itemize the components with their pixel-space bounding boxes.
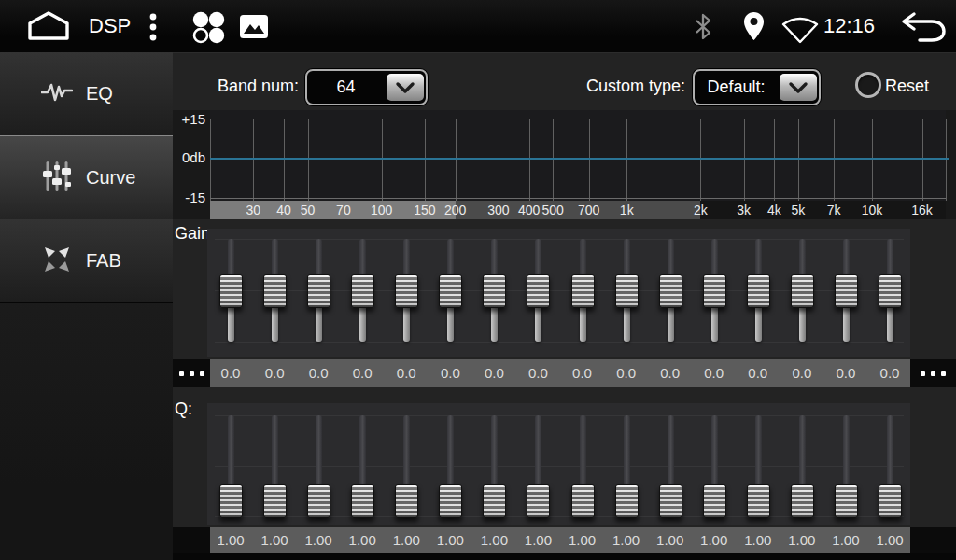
q-band-slider[interactable] [351,412,374,522]
freq-tick-label: 5k [780,202,817,219]
sidebar-item-label: FAB [86,250,121,272]
q-band-value: 1.00 [559,527,606,553]
q-band-value: 1.00 [866,527,913,553]
slider-thumb[interactable] [703,484,726,518]
reset-radio[interactable] [855,72,881,98]
gain-band-slider[interactable] [219,235,243,347]
slider-thumb[interactable] [703,274,726,308]
back-button[interactable] [900,11,947,43]
gain-band-slider[interactable] [791,235,814,347]
q-band-slider[interactable] [835,412,858,522]
gain-band-value: 0.0 [691,359,738,387]
gain-band-slider[interactable] [483,235,506,347]
slider-thumb[interactable] [615,274,639,308]
reset-label: Reset [885,69,929,104]
slider-thumb[interactable] [835,274,858,308]
slider-thumb[interactable] [659,484,682,518]
slider-thumb[interactable] [483,274,506,308]
fader-balance-icon [41,244,73,279]
q-band-slider[interactable] [219,412,243,522]
sidebar-item-fab[interactable]: FAB [0,219,173,303]
slider-thumb[interactable] [747,274,770,308]
q-band-slider[interactable] [307,412,330,522]
gain-band-slider[interactable] [703,235,726,347]
apps-button[interactable] [190,9,226,45]
q-band-slider[interactable] [747,412,770,522]
slider-thumb[interactable] [791,274,814,308]
slider-thumb[interactable] [219,274,243,308]
slider-thumb[interactable] [395,274,418,308]
gain-band-slider[interactable] [307,235,330,347]
eq-waveform-icon [41,78,73,110]
gain-band-slider[interactable] [879,235,902,347]
slider-thumb[interactable] [571,484,595,518]
plot-gridline-v [626,119,627,201]
q-scroll-left-button[interactable] [173,527,210,553]
gain-band-slider[interactable] [439,235,462,347]
q-band-slider[interactable] [483,412,506,522]
slider-thumb[interactable] [307,484,330,518]
q-band-slider[interactable] [879,412,902,522]
freq-tick-label: 1k [608,202,645,219]
chevron-down-icon[interactable] [780,74,817,101]
slider-thumb[interactable] [747,484,770,518]
slider-thumb[interactable] [483,484,506,518]
slider-thumb[interactable] [263,484,287,518]
q-band-slider[interactable] [263,412,287,522]
overflow-menu-button[interactable] [148,12,159,42]
home-button[interactable] [26,10,71,42]
q-scroll-right-button[interactable] [910,527,956,553]
gain-scroll-right-button[interactable] [910,359,956,387]
q-band-value: 1.00 [207,527,254,553]
slider-thumb[interactable] [219,484,243,518]
slider-thumb[interactable] [527,484,550,518]
gain-band-slider[interactable] [615,235,639,347]
eq-plot[interactable] [210,110,946,201]
q-band-slider[interactable] [395,412,418,522]
slider-thumb[interactable] [395,484,418,518]
band-num-dropdown[interactable]: 64 [305,69,428,105]
slider-thumb[interactable] [527,274,550,308]
slider-thumb[interactable] [351,484,374,518]
plot-gridline-v [284,119,285,201]
gain-band-slider[interactable] [571,235,595,347]
q-band-slider[interactable] [527,412,550,522]
custom-type-dropdown[interactable]: Default: [693,69,821,105]
q-band-slider[interactable] [615,412,639,522]
gain-scroll-left-button[interactable] [173,359,210,387]
q-band-slider[interactable] [791,412,814,522]
slider-thumb[interactable] [835,484,858,518]
gain-band-slider[interactable] [263,235,287,347]
sidebar-item-curve[interactable]: Curve [0,135,173,220]
gain-band-slider[interactable] [395,235,418,347]
q-band-value: 1.00 [471,527,517,553]
gain-band-slider[interactable] [659,235,682,347]
q-band-slider[interactable] [439,412,462,522]
slider-thumb[interactable] [571,274,595,308]
custom-type-label: Custom type: [586,69,685,104]
gain-band-value: 0.0 [735,359,781,387]
gain-band-value: 0.0 [514,359,561,387]
slider-thumb[interactable] [439,274,462,308]
slider-thumb[interactable] [879,484,902,518]
slider-thumb[interactable] [351,274,374,308]
gain-band-slider[interactable] [351,235,374,347]
plot-gridline-v [344,119,344,201]
sidebar-item-eq[interactable]: EQ [0,52,173,136]
gain-band-slider[interactable] [747,235,770,347]
slider-thumb[interactable] [659,274,682,308]
q-band-slider[interactable] [571,412,595,522]
gallery-button[interactable] [239,14,269,39]
gain-band-slider[interactable] [527,235,550,347]
slider-thumb[interactable] [615,484,639,518]
gain-band-slider[interactable] [835,235,858,347]
q-band-slider[interactable] [703,412,726,522]
chevron-down-icon[interactable] [387,74,424,101]
slider-thumb[interactable] [791,484,814,518]
slider-thumb[interactable] [439,484,462,518]
home-icon [26,10,71,42]
slider-thumb[interactable] [879,274,902,308]
q-band-slider[interactable] [659,412,682,522]
slider-thumb[interactable] [263,274,287,308]
slider-thumb[interactable] [307,274,330,308]
